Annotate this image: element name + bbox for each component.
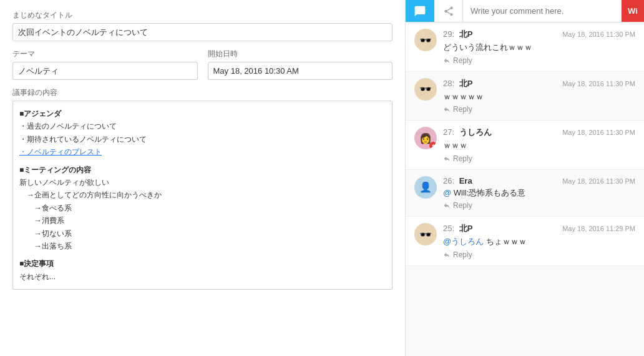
comment-input-area: Wi (406, 0, 644, 22)
comment-num-name: 25: 北P (443, 223, 472, 234)
reply-button[interactable]: Reply (443, 250, 635, 259)
reply-label: Reply (453, 154, 472, 163)
reply-icon (443, 57, 451, 64)
reply-button[interactable]: Reply (443, 154, 635, 163)
comment-timestamp: May 18, 2016 11:30 PM (562, 31, 635, 38)
comment-body: 25: 北P May 18, 2016 11:29 PM @うしろん ちょｗｗｗ… (443, 223, 635, 259)
content-label: 議事録の内容 (12, 87, 393, 98)
comment-body: 29: 北P May 18, 2016 11:30 PM どういう流れこれｗｗｗ… (443, 29, 635, 65)
content-line-9: →切ない系 (19, 227, 386, 240)
comment-header: 29: 北P May 18, 2016 11:30 PM (443, 29, 635, 40)
comment-item: 🕶️ 29: 北P May 18, 2016 11:30 PM どういう流れこれ… (406, 22, 644, 72)
comment-number: 28: (443, 79, 454, 88)
comment-body: 26: Era May 18, 2016 11:30 PM @ Will:恐怖系… (443, 176, 635, 210)
comment-body: 27: うしろん May 18, 2016 11:30 PM ｗｗｗ Reply (443, 127, 635, 163)
comment-text: ｗｗｗｗｗ (443, 91, 635, 103)
content-line-4: ■ミーティングの内容 (19, 164, 386, 176)
comment-timestamp: May 18, 2016 11:30 PM (562, 80, 635, 87)
avatar: 👩 ★ (414, 127, 437, 149)
comment-item: 🕶️ 28: 北P May 18, 2016 11:30 PM ｗｗｗｗｗ Re… (406, 72, 644, 121)
commenter-name: 北P (459, 79, 473, 88)
theme-input[interactable] (12, 62, 198, 80)
comment-number: 26: (443, 176, 454, 185)
commenter-name: 北P (459, 29, 473, 39)
content-line-11: ■決定事項 (19, 257, 386, 270)
share-icon (443, 6, 454, 17)
comment-header: 26: Era May 18, 2016 11:30 PM (443, 176, 635, 185)
comment-number: 25: (443, 224, 454, 233)
comment-num-name: 28: 北P (443, 78, 472, 89)
left-panel: まじめなタイトル テーマ 開始日時 議事録の内容 ■アジェンダ ・過去のノベルテ… (0, 0, 406, 356)
theme-label: テーマ (12, 49, 198, 59)
reply-label: Reply (453, 56, 472, 65)
comments-list: 🕶️ 29: 北P May 18, 2016 11:30 PM どういう流れこれ… (406, 22, 644, 356)
content-line-5: 新しいノベルティが欲しい (19, 176, 386, 189)
content-line-10: →出落ち系 (19, 240, 386, 252)
mention: @うしろん (443, 237, 484, 246)
reply-label: Reply (453, 105, 472, 114)
content-line-7: →食べる系 (19, 202, 386, 214)
comment-item: 👩 ★ 27: うしろん May 18, 2016 11:30 PM ｗｗｗ R… (406, 121, 644, 170)
comment-text: どういう流れこれｗｗｗ (443, 41, 635, 54)
avatar: 🕶️ (414, 29, 437, 51)
comment-num-name: 29: 北P (443, 29, 472, 40)
avatar-star-badge: ★ (429, 142, 437, 149)
content-line-6: →企画としてどの方向性に向かうべきか (19, 189, 386, 201)
reply-button[interactable]: Reply (443, 105, 635, 114)
comment-number: 27: (443, 127, 454, 137)
reply-icon (443, 106, 451, 113)
comment-tab-button[interactable] (406, 0, 434, 22)
comment-item: 👤 26: Era May 18, 2016 11:30 PM @ Will:恐… (406, 170, 644, 217)
content-line-0: ■アジェンダ (19, 107, 386, 120)
reply-icon (443, 202, 451, 209)
comment-header: 25: 北P May 18, 2016 11:29 PM (443, 223, 635, 234)
comment-text: @うしろん ちょｗｗｗ (443, 235, 635, 248)
date-input[interactable] (208, 62, 393, 80)
comment-num-name: 26: Era (443, 176, 472, 185)
content-line-2: ・期待されているノベルティについて (19, 133, 386, 146)
avatar: 👤 (414, 176, 437, 199)
reply-label: Reply (453, 250, 472, 259)
avatar: 🕶️ (414, 78, 437, 101)
comment-header: 28: 北P May 18, 2016 11:30 PM (443, 78, 635, 89)
reply-label: Reply (453, 201, 472, 210)
reply-icon (443, 155, 451, 162)
comment-text-input[interactable] (463, 0, 622, 22)
comment-header: 27: うしろん May 18, 2016 11:30 PM (443, 127, 635, 138)
commenter-name: うしろん (459, 127, 492, 137)
comment-body: 28: 北P May 18, 2016 11:30 PM ｗｗｗｗｗ Reply (443, 78, 635, 114)
content-line-12: それぞれ... (19, 270, 386, 283)
date-label: 開始日時 (208, 49, 393, 59)
comment-number: 29: (443, 29, 454, 39)
comment-text: ｗｗｗ (443, 139, 635, 152)
title-input[interactable] (12, 23, 393, 41)
content-line-8: →消費系 (19, 214, 386, 227)
mention: @ (443, 188, 454, 197)
comment-timestamp: May 18, 2016 11:30 PM (562, 177, 635, 185)
comment-text: @ Will:恐怖系もある意 (443, 187, 635, 199)
wi-badge: Wi (622, 0, 644, 22)
content-line-1: ・過去のノベルティについて (19, 120, 386, 132)
comment-timestamp: May 18, 2016 11:29 PM (562, 225, 635, 232)
reply-button[interactable]: Reply (443, 201, 635, 210)
comment-num-name: 27: うしろん (443, 127, 492, 138)
title-label: まじめなタイトル (12, 10, 393, 21)
comment-item: 🕶️ 25: 北P May 18, 2016 11:29 PM @うしろん ちょ… (406, 217, 644, 266)
share-tab-button[interactable] (434, 0, 463, 22)
comment-timestamp: May 18, 2016 11:30 PM (562, 129, 635, 136)
reply-button[interactable]: Reply (443, 56, 635, 65)
right-panel: Wi 🕶️ 29: 北P May 18, 2016 11:30 PM どういう流… (406, 0, 644, 356)
content-box[interactable]: ■アジェンダ ・過去のノベルティについて ・期待されているノベルティについて ・… (12, 101, 393, 290)
commenter-name: 北P (459, 224, 473, 233)
reply-icon (443, 251, 451, 259)
avatar: 🕶️ (414, 223, 437, 245)
content-line-3: ・ノベルティのブレスト (19, 146, 386, 158)
commenter-name: Era (459, 176, 472, 185)
chat-bubble-icon (414, 5, 426, 17)
